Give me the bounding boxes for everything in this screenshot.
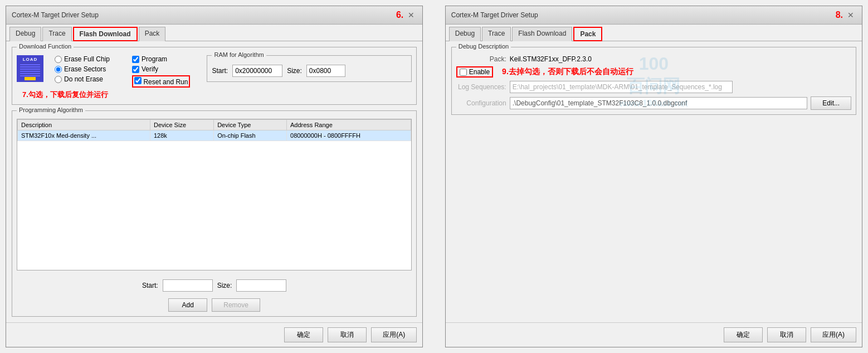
configuration-input[interactable] xyxy=(510,97,808,109)
erase-full-chip-radio[interactable]: Erase Full Chip xyxy=(55,55,110,63)
left-close-button[interactable]: ✕ xyxy=(406,9,417,21)
left-title-bar: Cortex-M Target Driver Setup 6. ✕ xyxy=(6,6,422,25)
left-dialog-title: Cortex-M Target Driver Setup xyxy=(12,11,99,19)
algo-size-input[interactable] xyxy=(236,279,286,292)
programming-algorithm-content: Description Device Size Device Type Addr… xyxy=(17,119,412,312)
enable-label: Enable xyxy=(469,68,490,76)
programming-algorithm-title: Programming Algorithm xyxy=(17,107,85,113)
size-label: Size: xyxy=(287,67,302,75)
table-row[interactable]: STM32F10x Med-density ... 128k On-chip F… xyxy=(18,130,411,141)
right-cancel-button[interactable]: 取消 xyxy=(767,327,806,342)
start-label: Start: xyxy=(212,67,228,75)
configuration-label: Configuration xyxy=(456,99,506,107)
annotation-7: 7.勾选，下载后复位并运行 xyxy=(22,90,108,99)
right-dialog: Cortex-M Target Driver Setup 8. ✕ Debug … xyxy=(445,6,862,347)
reset-run-highlight-box: Reset and Run xyxy=(132,75,190,88)
algo-buttons: Add Remove xyxy=(17,298,412,312)
right-bottom-buttons: 确定 取消 应用(A) xyxy=(446,322,862,347)
enable-checkbox[interactable]: Enable xyxy=(460,68,490,76)
left-content: Download Function LOAD Erase Full Chip xyxy=(6,41,422,322)
cell-address-range: 08000000H - 0800FFFFH xyxy=(287,130,411,141)
cell-device-type: On-chip Flash xyxy=(214,130,287,141)
enable-highlight-box: Enable xyxy=(456,66,493,78)
log-sequences-row: Log Sequences: xyxy=(456,81,851,93)
right-ok-button[interactable]: 确定 xyxy=(724,327,763,342)
configuration-row: Configuration Edit... xyxy=(456,96,851,110)
edit-button[interactable]: Edit... xyxy=(811,96,851,110)
ram-size-input[interactable] xyxy=(306,65,345,77)
debug-desc-content: Pack: Keil.STM32F1xx_DFP.2.3.0 Enable 9.… xyxy=(456,55,851,110)
verify-checkbox[interactable]: Verify xyxy=(132,65,190,73)
reset-and-run-checkbox[interactable]: Reset and Run xyxy=(132,75,190,88)
center-spacer xyxy=(428,6,439,347)
cell-device-size: 128k xyxy=(150,130,213,141)
download-function-content: LOAD Erase Full Chip Erase Sectors Do no… xyxy=(17,55,412,88)
left-bottom-buttons: 确定 取消 应用(A) xyxy=(6,322,422,347)
remove-button[interactable]: Remove xyxy=(212,298,260,312)
right-dialog-title: Cortex-M Target Driver Setup xyxy=(451,11,538,19)
col-device-size: Device Size xyxy=(150,120,213,130)
erase-radio-group: Erase Full Chip Erase Sectors Do not Era… xyxy=(55,55,110,83)
add-button[interactable]: Add xyxy=(168,298,207,312)
algorithm-table-container: Description Device Size Device Type Addr… xyxy=(17,119,412,270)
ram-algorithm-content: Start: Size: xyxy=(212,65,407,77)
tab-flash-download-right[interactable]: Flash Download xyxy=(512,27,572,41)
right-close-button[interactable]: ✕ xyxy=(845,9,856,21)
debug-description-title: Debug Description xyxy=(456,43,511,50)
log-sequences-input[interactable] xyxy=(510,81,733,93)
tab-trace-left[interactable]: Trace xyxy=(42,27,71,41)
algo-size-label: Size: xyxy=(217,282,232,289)
algo-address-row: Start: Size: xyxy=(17,279,412,292)
annotation-9: 9.去掉勾选，否则下载后不会自动运行 xyxy=(502,67,633,77)
annotation-8: 8. xyxy=(836,10,843,20)
col-address-range: Address Range xyxy=(287,120,411,130)
pack-value: Keil.STM32F1xx_DFP.2.3.0 xyxy=(510,55,592,63)
log-sequences-label: Log Sequences: xyxy=(456,83,506,91)
ram-algorithm-title: RAM for Algorithm xyxy=(212,51,266,58)
pack-label: Pack: xyxy=(456,55,506,63)
download-checkboxes: Program Verify Reset and Run xyxy=(132,55,190,88)
programming-algorithm-group: Programming Algorithm Description Device… xyxy=(12,110,417,317)
tab-flash-download-left[interactable]: Flash Download xyxy=(73,27,138,41)
ram-algorithm-group: RAM for Algorithm Start: Size: xyxy=(207,55,412,82)
program-checkbox[interactable]: Program xyxy=(132,55,190,63)
ram-start-input[interactable] xyxy=(232,65,282,77)
tab-pack-left[interactable]: Pack xyxy=(139,27,166,41)
tab-debug-right[interactable]: Debug xyxy=(449,27,481,41)
tab-pack-right[interactable]: Pack xyxy=(573,27,602,41)
algo-start-input[interactable] xyxy=(163,279,213,292)
load-icon: LOAD xyxy=(17,55,43,82)
do-not-erase-radio[interactable]: Do not Erase xyxy=(55,75,110,83)
right-tabs: Debug Trace Flash Download Pack xyxy=(446,25,862,41)
left-tabs: Debug Trace Flash Download Pack xyxy=(6,25,422,41)
debug-description-group: Debug Description 100 百问网 www.100ask.net… xyxy=(451,47,856,115)
algorithm-table: Description Device Size Device Type Addr… xyxy=(17,119,411,141)
col-description: Description xyxy=(18,120,150,130)
annotation-7-container: 7.勾选，下载后复位并运行 xyxy=(17,90,412,100)
right-content: Debug Description 100 百问网 www.100ask.net… xyxy=(446,41,862,322)
annotation-6: 6. xyxy=(396,10,403,20)
right-title-bar: Cortex-M Target Driver Setup 8. ✕ xyxy=(446,6,862,25)
col-device-type: Device Type xyxy=(214,120,287,130)
left-cancel-button[interactable]: 取消 xyxy=(328,327,367,342)
left-dialog: Cortex-M Target Driver Setup 6. ✕ Debug … xyxy=(6,6,423,347)
cell-description: STM32F10x Med-density ... xyxy=(18,130,150,141)
download-function-group: Download Function LOAD Erase Full Chip xyxy=(12,47,417,105)
erase-sectors-radio[interactable]: Erase Sectors xyxy=(55,65,110,73)
pack-row: Pack: Keil.STM32F1xx_DFP.2.3.0 xyxy=(456,55,851,63)
left-ok-button[interactable]: 确定 xyxy=(284,327,323,342)
download-function-title: Download Function xyxy=(17,43,74,50)
tab-debug-left[interactable]: Debug xyxy=(9,27,41,41)
right-apply-button[interactable]: 应用(A) xyxy=(811,327,856,342)
tab-trace-right[interactable]: Trace xyxy=(482,27,511,41)
left-apply-button[interactable]: 应用(A) xyxy=(371,327,417,342)
algo-start-label: Start: xyxy=(142,282,158,289)
ram-row: Start: Size: xyxy=(212,65,407,77)
enable-row: Enable 9.去掉勾选，否则下载后不会自动运行 xyxy=(456,66,851,78)
